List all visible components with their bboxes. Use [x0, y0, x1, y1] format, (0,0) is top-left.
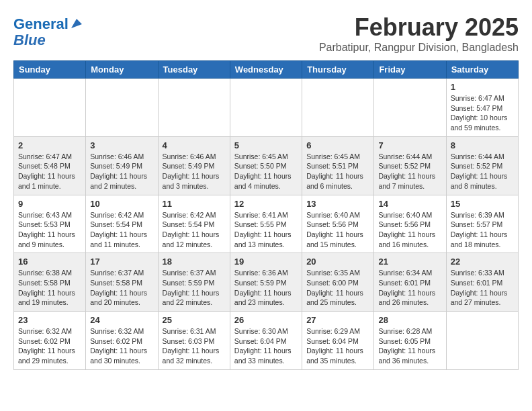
day-info: Sunrise: 6:39 AM Sunset: 5:57 PM Dayligh…	[451, 210, 514, 250]
weekday-header-monday: Monday	[86, 61, 158, 79]
day-info: Sunrise: 6:29 AM Sunset: 6:04 PM Dayligh…	[306, 326, 369, 366]
calendar-header-row: SundayMondayTuesdayWednesdayThursdayFrid…	[14, 61, 519, 79]
calendar-cell: 4Sunrise: 6:46 AM Sunset: 5:49 PM Daylig…	[158, 136, 230, 195]
day-info: Sunrise: 6:36 AM Sunset: 5:59 PM Dayligh…	[234, 268, 298, 308]
day-number: 1	[451, 82, 514, 92]
day-number: 12	[234, 199, 298, 209]
header: General Blue February 2025 Parbatipur, R…	[13, 13, 519, 54]
calendar-cell: 28Sunrise: 6:28 AM Sunset: 6:05 PM Dayli…	[374, 312, 446, 370]
calendar-cell: 11Sunrise: 6:42 AM Sunset: 5:54 PM Dayli…	[158, 195, 230, 253]
day-number: 14	[378, 199, 441, 209]
calendar-cell: 8Sunrise: 6:44 AM Sunset: 5:52 PM Daylig…	[446, 136, 518, 195]
calendar-cell: 10Sunrise: 6:42 AM Sunset: 5:54 PM Dayli…	[86, 195, 158, 253]
calendar-cell: 25Sunrise: 6:31 AM Sunset: 6:03 PM Dayli…	[158, 312, 230, 370]
day-number: 26	[234, 315, 298, 325]
day-info: Sunrise: 6:28 AM Sunset: 6:05 PM Dayligh…	[378, 326, 441, 366]
calendar-cell: 15Sunrise: 6:39 AM Sunset: 5:57 PM Dayli…	[446, 195, 518, 253]
day-info: Sunrise: 6:38 AM Sunset: 5:58 PM Dayligh…	[18, 268, 81, 308]
calendar-week-row: 1Sunrise: 6:47 AM Sunset: 5:47 PM Daylig…	[14, 79, 519, 137]
calendar-cell: 5Sunrise: 6:45 AM Sunset: 5:50 PM Daylig…	[230, 136, 302, 195]
day-number: 5	[234, 140, 298, 150]
svg-marker-0	[71, 19, 82, 28]
day-info: Sunrise: 6:37 AM Sunset: 5:59 PM Dayligh…	[163, 268, 226, 308]
logo-bird-icon	[70, 17, 82, 30]
calendar-cell: 17Sunrise: 6:37 AM Sunset: 5:58 PM Dayli…	[86, 253, 158, 312]
weekday-header-sunday: Sunday	[14, 61, 86, 79]
calendar-cell	[302, 79, 374, 137]
calendar-cell: 20Sunrise: 6:35 AM Sunset: 6:00 PM Dayli…	[302, 253, 374, 312]
calendar-cell: 19Sunrise: 6:36 AM Sunset: 5:59 PM Dayli…	[230, 253, 302, 312]
month-title: February 2025	[319, 13, 519, 42]
calendar-cell: 9Sunrise: 6:43 AM Sunset: 5:53 PM Daylig…	[14, 195, 86, 253]
calendar-cell	[86, 79, 158, 137]
calendar-cell: 6Sunrise: 6:45 AM Sunset: 5:51 PM Daylig…	[302, 136, 374, 195]
logo: General Blue	[13, 16, 82, 48]
day-number: 13	[306, 199, 369, 209]
day-info: Sunrise: 6:30 AM Sunset: 6:04 PM Dayligh…	[234, 326, 298, 366]
location-title: Parbatipur, Rangpur Division, Bangladesh	[319, 42, 519, 54]
day-info: Sunrise: 6:46 AM Sunset: 5:49 PM Dayligh…	[90, 152, 153, 191]
day-info: Sunrise: 6:44 AM Sunset: 5:52 PM Dayligh…	[378, 152, 441, 191]
day-number: 21	[378, 257, 441, 267]
day-number: 22	[451, 257, 514, 267]
calendar-cell: 27Sunrise: 6:29 AM Sunset: 6:04 PM Dayli…	[302, 312, 374, 370]
day-number: 18	[163, 257, 226, 267]
calendar-week-row: 23Sunrise: 6:32 AM Sunset: 6:02 PM Dayli…	[14, 312, 519, 370]
day-info: Sunrise: 6:31 AM Sunset: 6:03 PM Dayligh…	[163, 326, 226, 366]
day-info: Sunrise: 6:42 AM Sunset: 5:54 PM Dayligh…	[90, 210, 153, 250]
day-number: 16	[18, 257, 81, 267]
weekday-header-friday: Friday	[374, 61, 446, 79]
calendar-cell: 12Sunrise: 6:41 AM Sunset: 5:55 PM Dayli…	[230, 195, 302, 253]
day-number: 2	[18, 140, 81, 150]
day-number: 19	[234, 257, 298, 267]
day-number: 6	[306, 140, 369, 150]
calendar-cell: 3Sunrise: 6:46 AM Sunset: 5:49 PM Daylig…	[86, 136, 158, 195]
day-info: Sunrise: 6:35 AM Sunset: 6:00 PM Dayligh…	[306, 268, 369, 308]
day-number: 20	[306, 257, 369, 267]
day-number: 15	[451, 199, 514, 209]
calendar-cell: 7Sunrise: 6:44 AM Sunset: 5:52 PM Daylig…	[374, 136, 446, 195]
calendar-cell: 16Sunrise: 6:38 AM Sunset: 5:58 PM Dayli…	[14, 253, 86, 312]
calendar-cell: 1Sunrise: 6:47 AM Sunset: 5:47 PM Daylig…	[446, 79, 518, 137]
day-number: 9	[18, 199, 81, 209]
day-info: Sunrise: 6:45 AM Sunset: 5:51 PM Dayligh…	[306, 152, 369, 191]
day-number: 23	[18, 315, 81, 325]
day-info: Sunrise: 6:46 AM Sunset: 5:49 PM Dayligh…	[163, 152, 226, 191]
day-number: 3	[90, 140, 153, 150]
calendar-cell: 24Sunrise: 6:32 AM Sunset: 6:02 PM Dayli…	[86, 312, 158, 370]
calendar-cell	[374, 79, 446, 137]
calendar-week-row: 16Sunrise: 6:38 AM Sunset: 5:58 PM Dayli…	[14, 253, 519, 312]
day-number: 25	[163, 315, 226, 325]
day-number: 11	[163, 199, 226, 209]
title-section: February 2025 Parbatipur, Rangpur Divisi…	[319, 13, 519, 54]
calendar-cell	[14, 79, 86, 137]
day-number: 10	[90, 199, 153, 209]
day-number: 17	[90, 257, 153, 267]
day-info: Sunrise: 6:43 AM Sunset: 5:53 PM Dayligh…	[18, 210, 81, 250]
day-info: Sunrise: 6:32 AM Sunset: 6:02 PM Dayligh…	[18, 326, 81, 366]
calendar-cell: 14Sunrise: 6:40 AM Sunset: 5:56 PM Dayli…	[374, 195, 446, 253]
day-info: Sunrise: 6:47 AM Sunset: 5:47 PM Dayligh…	[451, 93, 514, 133]
logo-text-blue: Blue	[13, 32, 46, 48]
calendar-cell	[158, 79, 230, 137]
calendar-cell: 26Sunrise: 6:30 AM Sunset: 6:04 PM Dayli…	[230, 312, 302, 370]
calendar-week-row: 2Sunrise: 6:47 AM Sunset: 5:48 PM Daylig…	[14, 136, 519, 195]
day-info: Sunrise: 6:47 AM Sunset: 5:48 PM Dayligh…	[18, 152, 81, 191]
day-number: 4	[163, 140, 226, 150]
day-info: Sunrise: 6:44 AM Sunset: 5:52 PM Dayligh…	[451, 152, 514, 191]
day-info: Sunrise: 6:45 AM Sunset: 5:50 PM Dayligh…	[234, 152, 298, 191]
weekday-header-saturday: Saturday	[446, 61, 518, 79]
calendar-cell: 2Sunrise: 6:47 AM Sunset: 5:48 PM Daylig…	[14, 136, 86, 195]
day-info: Sunrise: 6:40 AM Sunset: 5:56 PM Dayligh…	[306, 210, 369, 250]
weekday-header-thursday: Thursday	[302, 61, 374, 79]
weekday-header-wednesday: Wednesday	[230, 61, 302, 79]
day-info: Sunrise: 6:42 AM Sunset: 5:54 PM Dayligh…	[163, 210, 226, 250]
weekday-header-tuesday: Tuesday	[158, 61, 230, 79]
logo-text-general: General	[13, 16, 69, 32]
day-number: 24	[90, 315, 153, 325]
day-info: Sunrise: 6:40 AM Sunset: 5:56 PM Dayligh…	[378, 210, 441, 250]
calendar-cell: 13Sunrise: 6:40 AM Sunset: 5:56 PM Dayli…	[302, 195, 374, 253]
calendar-cell: 21Sunrise: 6:34 AM Sunset: 6:01 PM Dayli…	[374, 253, 446, 312]
day-info: Sunrise: 6:32 AM Sunset: 6:02 PM Dayligh…	[90, 326, 153, 366]
day-info: Sunrise: 6:41 AM Sunset: 5:55 PM Dayligh…	[234, 210, 298, 250]
